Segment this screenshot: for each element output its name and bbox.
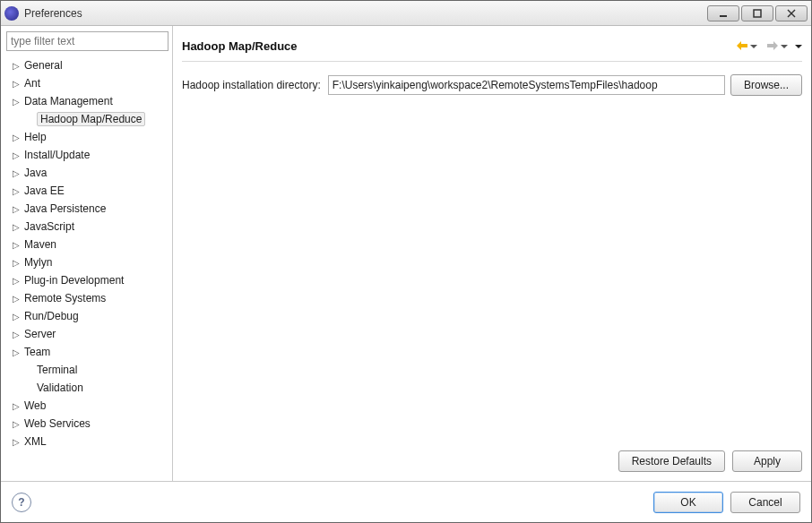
maximize-icon — [753, 9, 762, 18]
expand-icon[interactable]: ▷ — [12, 437, 21, 447]
browse-button[interactable]: Browse... — [730, 74, 802, 96]
left-pane: ▷General▷Ant▷Data ManagementHadoop Map/R… — [1, 26, 173, 481]
apply-button[interactable]: Apply — [732, 450, 802, 472]
install-dir-row: Hadoop installation directory: Browse... — [182, 74, 802, 96]
tree-item-label: Remote Systems — [24, 292, 106, 304]
maximize-button[interactable] — [741, 5, 773, 21]
preferences-window: Preferences ▷General▷Ant▷Data Management… — [0, 0, 812, 523]
expand-icon[interactable]: ▷ — [12, 61, 21, 71]
tree-item[interactable]: ▷XML — [6, 433, 168, 450]
tree-item[interactable]: ▷Help — [6, 128, 168, 146]
tree-item-label: Terminal — [37, 364, 77, 376]
tree-item-label: Java — [24, 167, 47, 179]
tree-item[interactable]: ▷Data Management — [6, 92, 168, 110]
tree-item-label: Web — [24, 399, 46, 412]
tree-item-label: Ant — [24, 77, 40, 90]
close-button[interactable] — [775, 5, 808, 21]
window-title: Preferences — [24, 7, 705, 20]
content: ▷General▷Ant▷Data ManagementHadoop Map/R… — [1, 26, 811, 481]
tree-item-label: Web Services — [24, 417, 91, 430]
tree-item-label: Plug-in Development — [24, 274, 124, 287]
expand-icon[interactable]: ▷ — [12, 330, 21, 339]
tree-item-label: Data Management — [24, 95, 113, 107]
tree-item[interactable]: ▷Install/Update — [6, 146, 168, 164]
cancel-button[interactable]: Cancel — [730, 492, 800, 513]
tree-item[interactable]: ▷Plug-in Development — [6, 271, 168, 289]
minimize-button[interactable] — [707, 5, 739, 21]
nav-back-button[interactable] — [736, 40, 748, 53]
tree-item[interactable]: ▷Web — [6, 397, 168, 415]
tree-item[interactable]: ▷Team — [6, 343, 168, 361]
tree-item-label: Hadoop Map/Reduce — [37, 112, 145, 126]
expand-icon[interactable]: ▷ — [12, 419, 21, 429]
help-button[interactable]: ? — [12, 493, 31, 512]
close-icon — [787, 9, 796, 18]
expand-icon[interactable]: ▷ — [12, 133, 21, 142]
filter-input[interactable] — [6, 31, 168, 51]
tree-item-label: General — [24, 59, 63, 72]
tree-item[interactable]: ▷Remote Systems — [6, 289, 168, 307]
minimize-icon — [719, 9, 728, 18]
nav-forward-button[interactable] — [766, 40, 779, 53]
eclipse-icon — [4, 6, 19, 21]
tree-item[interactable]: ▷Java — [6, 164, 168, 182]
titlebar: Preferences — [1, 1, 811, 26]
tree-item-label: Java Persistence — [24, 202, 106, 215]
tree-item-label: Maven — [24, 238, 56, 251]
tree-item-label: Java EE — [24, 184, 65, 197]
page-header: Hadoop Map/Reduce — [182, 31, 802, 62]
expand-icon[interactable]: ▷ — [12, 97, 21, 107]
expand-icon[interactable]: ▷ — [12, 276, 21, 286]
page-title: Hadoop Map/Reduce — [182, 39, 732, 53]
tree-item-label: Help — [24, 131, 47, 143]
tree-item[interactable]: ▷Mylyn — [6, 253, 168, 271]
nav-forward-dropdown[interactable] — [781, 45, 788, 48]
view-menu-button[interactable] — [795, 45, 802, 48]
tree-item[interactable]: ▷Web Services — [6, 415, 168, 433]
expand-icon[interactable]: ▷ — [12, 204, 21, 214]
expand-icon[interactable]: ▷ — [12, 401, 21, 411]
tree-item[interactable]: ▷JavaScript — [6, 218, 168, 236]
tree-item-label: Team — [24, 346, 50, 358]
tree-item[interactable]: ▷General — [6, 56, 168, 74]
tree-item-label: Mylyn — [24, 256, 52, 269]
tree-item[interactable]: Terminal — [6, 361, 168, 379]
expand-icon[interactable]: ▷ — [12, 150, 21, 160]
install-dir-label: Hadoop installation directory: — [182, 79, 321, 91]
right-pane: Hadoop Map/Reduce Hadoop installation di… — [173, 26, 811, 481]
tree-item[interactable]: ▷Server — [6, 325, 168, 343]
svg-rect-1 — [754, 10, 761, 17]
expand-icon[interactable]: ▷ — [12, 312, 21, 322]
expand-icon[interactable]: ▷ — [12, 240, 21, 250]
preferences-tree[interactable]: ▷General▷Ant▷Data ManagementHadoop Map/R… — [6, 56, 168, 450]
restore-defaults-button[interactable]: Restore Defaults — [618, 450, 725, 472]
tree-item[interactable]: Hadoop Map/Reduce — [6, 110, 168, 128]
tree-item-label: Validation — [37, 382, 83, 394]
tree-item-label: Server — [24, 328, 56, 340]
arrow-left-icon — [736, 40, 748, 51]
nav-back-dropdown[interactable] — [750, 45, 757, 48]
tree-item[interactable]: ▷Java EE — [6, 182, 168, 200]
tree-item[interactable]: ▷Run/Debug — [6, 307, 168, 325]
help-icon: ? — [18, 496, 24, 509]
tree-item[interactable]: Validation — [6, 379, 168, 397]
tree-item[interactable]: ▷Maven — [6, 236, 168, 253]
apply-row: Restore Defaults Apply — [182, 443, 802, 481]
tree-item[interactable]: ▷Java Persistence — [6, 200, 168, 218]
svg-rect-0 — [720, 15, 727, 17]
tree-item-label: Run/Debug — [24, 310, 79, 322]
expand-icon[interactable]: ▷ — [12, 222, 21, 232]
expand-icon[interactable]: ▷ — [12, 294, 21, 304]
expand-icon[interactable]: ▷ — [12, 168, 21, 178]
bottom-bar: ? OK Cancel — [1, 481, 811, 522]
tree-item[interactable]: ▷Ant — [6, 74, 168, 92]
expand-icon[interactable]: ▷ — [12, 79, 21, 89]
tree-item-label: Install/Update — [24, 149, 90, 161]
install-dir-input[interactable] — [328, 75, 725, 95]
expand-icon[interactable]: ▷ — [12, 258, 21, 268]
expand-icon[interactable]: ▷ — [12, 347, 21, 357]
expand-icon[interactable]: ▷ — [12, 186, 21, 196]
tree-item-label: XML — [24, 435, 47, 448]
ok-button[interactable]: OK — [653, 492, 723, 513]
arrow-right-icon — [766, 40, 779, 51]
